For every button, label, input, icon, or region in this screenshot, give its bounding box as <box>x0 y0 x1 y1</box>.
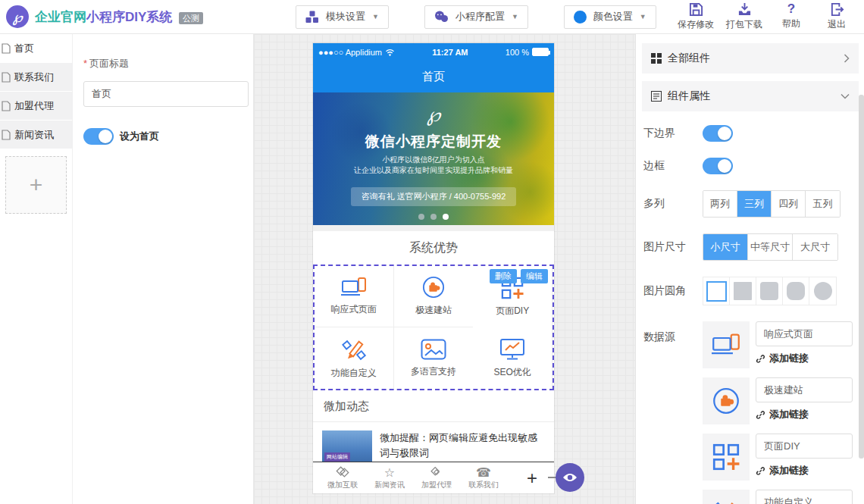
add-link-label: 添加链接 <box>769 408 809 421</box>
carousel-dot[interactable] <box>418 214 424 220</box>
border-toggle[interactable] <box>703 158 733 174</box>
pencil-icon <box>712 499 740 504</box>
radius-option-small[interactable] <box>756 277 783 305</box>
add-link-button[interactable]: 添加链接 <box>756 352 853 365</box>
data-source-item: 添加链接 <box>703 490 853 504</box>
data-source-thumb[interactable] <box>703 377 750 424</box>
components-panel: 全部组件 组件属性 下边界 边 <box>635 34 864 504</box>
news-section-title: 微加动态 <box>313 390 554 422</box>
exit-button[interactable]: 退出 <box>820 2 853 31</box>
exit-label: 退出 <box>828 18 846 31</box>
news-item-title: 微加提醒：网页编辑应避免出现敏感词与极限词 <box>380 430 545 464</box>
phone-status-bar: ●●●○○ Applidium 11:27 AM 100 % <box>313 43 554 61</box>
sidebar-item-agent[interactable]: 加盟代理 <box>0 92 72 120</box>
section-gap <box>313 225 554 231</box>
caret-down-icon: ▼ <box>512 13 518 20</box>
grid-item-multilang[interactable]: 多语言支持 <box>394 327 474 389</box>
grid-item-custom-function[interactable]: 功能自定义 <box>315 327 394 389</box>
battery-label: 100 % <box>506 48 529 57</box>
page-title-label-text: 页面标题 <box>89 58 129 69</box>
set-home-toggle[interactable] <box>83 128 114 145</box>
top-toolbar: ℘ 企业官网小程序DIY系统 公测 模块设置 ▼ <box>0 0 864 34</box>
grid-item-fast-build[interactable]: 极速建站 <box>394 266 474 327</box>
radius-option-large[interactable] <box>783 277 809 305</box>
selection-actions: 删除 编辑 <box>490 269 548 283</box>
page-icon <box>2 101 11 111</box>
data-source-title-input[interactable] <box>756 377 853 402</box>
brand: ℘ 企业官网小程序DIY系统 公测 <box>0 5 250 28</box>
download-icon <box>737 2 752 17</box>
sidebar-item-home[interactable]: 首页 <box>0 34 72 62</box>
columns-option-4[interactable]: 四列 <box>772 191 806 217</box>
help-icon: ? <box>787 2 795 16</box>
tab-weijia[interactable]: 微加互联 <box>319 466 366 490</box>
all-components-header[interactable]: 全部组件 <box>642 43 859 74</box>
panel-scrollbar[interactable] <box>859 95 864 459</box>
data-source-list: 添加链接 <box>703 321 853 504</box>
data-source-title-input[interactable] <box>756 490 853 504</box>
chevron-down-icon <box>841 93 850 99</box>
data-source-thumb[interactable] <box>703 321 750 368</box>
size-option-large[interactable]: 大尺寸 <box>793 234 837 260</box>
carousel-dot-active[interactable] <box>443 214 449 220</box>
caret-down-icon: ▼ <box>372 13 379 20</box>
app-logo-icon: ℘ <box>6 5 29 28</box>
hero-banner[interactable]: ℘ 微信小程序定制开发 小程序以微信8亿用户为切入点 让企业以及商家在短时间里实… <box>313 92 554 225</box>
module-settings-button[interactable]: 模块设置 ▼ <box>296 5 389 29</box>
miniprogram-config-label: 小程序配置 <box>455 10 505 23</box>
advantage-grid-selected[interactable]: 删除 编辑 响应式页面 <box>313 265 554 390</box>
download-button[interactable]: 打包下载 <box>726 2 762 31</box>
tab-label: 新闻资讯 <box>374 480 405 490</box>
sidebar-item-label: 联系我们 <box>14 70 54 84</box>
data-source-thumb[interactable] <box>703 490 750 504</box>
help-button[interactable]: ? 帮助 <box>775 2 808 31</box>
border-label: 边框 <box>643 159 703 173</box>
star-icon: ☆ <box>384 466 395 479</box>
radius-option-circle[interactable] <box>809 277 836 305</box>
add-link-button[interactable]: 添加链接 <box>756 408 853 421</box>
add-tab-button[interactable]: + <box>527 468 537 489</box>
columns-option-2[interactable]: 两列 <box>703 191 737 217</box>
data-source-thumb[interactable] <box>703 434 750 481</box>
preview-button[interactable] <box>556 463 584 492</box>
bottom-border-toggle[interactable] <box>703 125 733 142</box>
wifi-icon <box>385 49 395 56</box>
edit-component-button[interactable]: 编辑 <box>521 269 548 283</box>
radius-option-square-selected[interactable] <box>703 277 730 305</box>
page-title-input[interactable] <box>83 81 249 107</box>
advantage-section: 系统优势 删除 编辑 响应式页面 <box>313 231 554 390</box>
data-source-item: 添加链接 <box>703 377 853 424</box>
component-props-header[interactable]: 组件属性 <box>642 81 859 111</box>
color-settings-button[interactable]: 颜色设置 ▼ <box>564 5 656 29</box>
news-thumbnail-caption: 网站编辑 <box>324 452 350 462</box>
design-canvas: ●●●○○ Applidium 11:27 AM 100 % 首页 <box>254 34 635 504</box>
columns-option-5[interactable]: 五列 <box>806 191 840 217</box>
save-button[interactable]: 保存修改 <box>678 2 714 31</box>
add-link-button[interactable]: 添加链接 <box>756 464 853 477</box>
carousel-dot[interactable] <box>430 214 437 220</box>
size-option-small-selected[interactable]: 小尺寸 <box>703 234 748 260</box>
sidebar-item-label: 新闻资讯 <box>14 128 54 142</box>
responsive-icon <box>341 277 367 298</box>
data-source-title-input[interactable] <box>756 321 853 346</box>
size-option-medium[interactable]: 中等尺寸 <box>748 234 793 260</box>
add-page-button[interactable]: + <box>5 156 67 214</box>
grid-item-seo[interactable]: SEO优化 <box>473 327 553 389</box>
tab-contact[interactable]: ☎ 联系我们 <box>460 466 507 490</box>
tab-news[interactable]: ☆ 新闻资讯 <box>366 466 413 490</box>
sidebar-item-contact[interactable]: 联系我们 <box>0 63 72 91</box>
tab-agent[interactable]: 加盟代理 <box>413 466 460 490</box>
grid-item-responsive[interactable]: 响应式页面 <box>315 266 394 327</box>
radius-option-none[interactable] <box>730 277 756 305</box>
miniprogram-config-button[interactable]: 小程序配置 ▼ <box>424 5 528 29</box>
page-property-panel: *页面标题 设为首页 <box>72 34 254 504</box>
image-size-row: 图片尺寸 小尺寸 中等尺寸 大尺寸 <box>636 233 864 261</box>
grid-item-label: 页面DIY <box>496 305 529 318</box>
delete-component-button[interactable]: 删除 <box>490 269 517 283</box>
data-source-title-input[interactable] <box>756 434 853 459</box>
sidebar-item-news[interactable]: 新闻资讯 <box>0 121 72 149</box>
link-icon <box>756 466 765 476</box>
seo-icon <box>499 338 525 361</box>
main-area: 首页 联系我们 加盟代理 新闻资讯 + <box>0 34 864 504</box>
columns-option-3-selected[interactable]: 三列 <box>737 191 772 217</box>
